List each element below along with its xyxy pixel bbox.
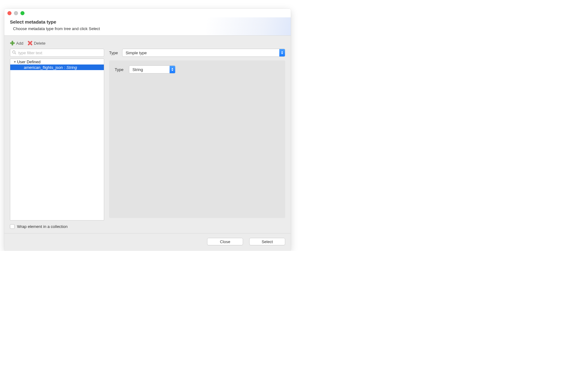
window-minimize-button[interactable]	[14, 11, 18, 15]
chevron-updown-icon	[170, 66, 175, 73]
search-icon	[12, 50, 16, 55]
window-close-button[interactable]	[7, 11, 11, 15]
plus-icon	[10, 41, 15, 46]
tree-item[interactable]: american_flights_json : String	[10, 65, 104, 70]
detail-type-row: Type String	[115, 65, 280, 74]
delete-button-label: Delete	[34, 41, 46, 46]
metadata-tree[interactable]: ▼ User Defined american_flights_json : S…	[10, 59, 104, 220]
dialog-header: Select metadata type Choose metadata typ…	[4, 17, 291, 36]
dialog-title: Select metadata type	[10, 19, 285, 24]
close-button[interactable]: Close	[207, 238, 243, 245]
window-zoom-button[interactable]	[20, 11, 24, 15]
toolbar: Add Delete	[10, 41, 285, 46]
wrap-checkbox-label: Wrap element in a collection	[17, 224, 68, 229]
wrap-checkbox[interactable]	[10, 224, 15, 229]
type-selector-row: Type Simple type	[109, 49, 285, 57]
add-button-label: Add	[16, 41, 23, 46]
search-field-wrap	[10, 49, 104, 57]
svg-rect-1	[10, 42, 15, 44]
filter-input[interactable]	[10, 49, 104, 57]
tree-group-user-defined[interactable]: ▼ User Defined	[10, 59, 104, 65]
dialog-footer: Close Select	[4, 233, 291, 251]
delete-button[interactable]: Delete	[28, 41, 46, 46]
tree-item-type: String	[66, 65, 77, 70]
detail-type-selector[interactable]: String	[129, 65, 175, 74]
type-selector-value: Simple type	[126, 51, 147, 55]
disclosure-triangle-icon: ▼	[13, 60, 16, 64]
dialog-body: Add Delete	[4, 36, 291, 233]
type-selector-label: Type	[109, 51, 118, 55]
left-column: ▼ User Defined american_flights_json : S…	[10, 49, 104, 220]
x-icon	[28, 41, 33, 46]
svg-line-3	[15, 53, 16, 54]
right-column: Type Simple type Type String	[109, 49, 285, 218]
titlebar	[4, 9, 291, 17]
wrap-checkbox-row: Wrap element in a collection	[10, 224, 285, 229]
detail-panel: Type String	[109, 60, 285, 218]
type-selector[interactable]: Simple type	[122, 49, 285, 57]
dialog-window: Select metadata type Choose metadata typ…	[4, 9, 291, 251]
dialog-subtitle: Choose metadata type from tree and click…	[13, 26, 285, 31]
select-button[interactable]: Select	[249, 238, 285, 245]
tree-item-separator: :	[64, 65, 65, 70]
tree-group-label: User Defined	[17, 60, 41, 64]
add-button[interactable]: Add	[10, 41, 23, 46]
chevron-updown-icon	[279, 49, 285, 56]
detail-type-value: String	[132, 67, 143, 72]
tree-item-name: american_flights_json	[24, 65, 63, 70]
detail-type-label: Type	[115, 67, 123, 72]
